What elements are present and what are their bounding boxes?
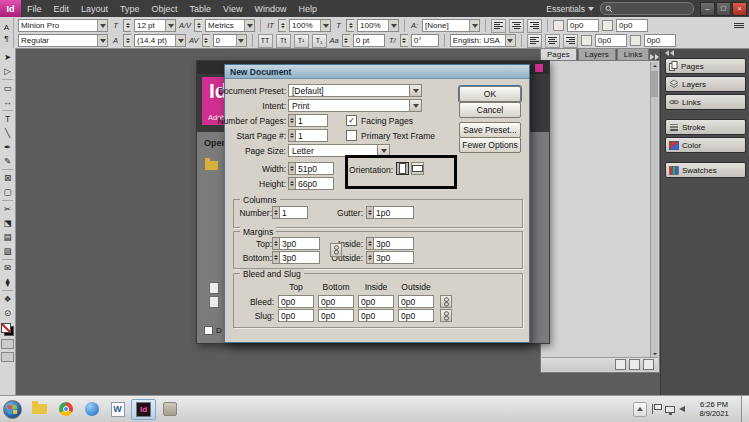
primary-text-frame-checkbox[interactable]: [346, 130, 357, 141]
start-button[interactable]: [3, 400, 22, 419]
checkbox-icon[interactable]: [204, 326, 213, 335]
chevron-down-icon[interactable]: [409, 100, 421, 111]
justify-left-button[interactable]: [527, 34, 542, 48]
menu-file[interactable]: File: [21, 0, 48, 17]
document-preset-select[interactable]: [Default]: [288, 84, 422, 97]
chevron-down-icon[interactable]: [409, 85, 421, 96]
first-line-indent-field[interactable]: 0p0: [595, 34, 627, 47]
align-center-button[interactable]: [509, 19, 524, 33]
scroll-up-icon[interactable]: [651, 62, 658, 69]
gutter-input[interactable]: 1p0: [374, 206, 414, 219]
show-desktop-button[interactable]: [741, 396, 749, 422]
dock-button-layers[interactable]: Layers: [665, 76, 746, 92]
paragraph-mode-icon[interactable]: ¶: [4, 34, 8, 43]
zoom-tool[interactable]: ⊙: [0, 306, 15, 320]
dock-button-links[interactable]: Links: [665, 94, 746, 110]
close-button[interactable]: ×: [732, 2, 747, 16]
font-size-select[interactable]: 12 pt: [134, 19, 176, 32]
small-caps-button[interactable]: Tt: [276, 34, 291, 48]
hand-tool[interactable]: ❖: [0, 292, 15, 306]
taskbar-app-6[interactable]: [157, 399, 182, 420]
cancel-button[interactable]: Cancel: [459, 102, 521, 118]
font-family-select[interactable]: Minion Pro: [18, 19, 108, 32]
recent-document-icon[interactable]: [209, 296, 219, 308]
dock-button-pages[interactable]: Pages: [665, 58, 746, 74]
stepper-icon[interactable]: [288, 162, 296, 175]
menu-help[interactable]: Help: [292, 0, 323, 17]
network-icon[interactable]: [665, 406, 675, 413]
direct-selection-tool[interactable]: ▷: [0, 64, 15, 78]
kerning-select[interactable]: Metrics: [205, 19, 255, 32]
scissors-tool[interactable]: ✂: [0, 202, 15, 216]
stepper-icon[interactable]: [272, 251, 280, 264]
columns-number-input[interactable]: 1: [280, 206, 308, 219]
open-folder-icon[interactable]: [205, 161, 218, 170]
volume-icon[interactable]: [679, 406, 685, 412]
baseline-shift-stepper[interactable]: [342, 34, 350, 47]
normal-view-button[interactable]: [1, 339, 14, 349]
chevron-down-icon[interactable]: [97, 35, 107, 46]
dock-button-stroke[interactable]: Stroke: [665, 119, 746, 135]
number-of-pages-input[interactable]: 1: [296, 114, 328, 127]
skew-field[interactable]: 0°: [411, 34, 439, 47]
delete-page-icon[interactable]: [643, 359, 654, 370]
stepper-icon[interactable]: [288, 177, 296, 190]
bleed-outside-input[interactable]: 0p0: [398, 295, 434, 308]
menu-window[interactable]: Window: [248, 0, 292, 17]
horizontal-scale-select[interactable]: 100%: [357, 19, 399, 32]
menu-object[interactable]: Object: [146, 0, 184, 17]
welcome-dont-show-checkbox-row[interactable]: D: [204, 326, 222, 335]
character-mode-icon[interactable]: A: [4, 23, 9, 32]
stepper-icon[interactable]: [366, 237, 374, 250]
slug-bottom-input[interactable]: 0p0: [318, 309, 354, 322]
skew-stepper[interactable]: [400, 34, 408, 47]
slug-top-input[interactable]: 0p0: [278, 309, 314, 322]
margin-top-input[interactable]: 3p0: [280, 237, 320, 250]
scrollbar-thumb[interactable]: [651, 71, 658, 97]
selection-tool[interactable]: ➤: [0, 50, 15, 64]
control-panel-mode-toggle[interactable]: A ¶: [0, 17, 14, 48]
facing-pages-option[interactable]: ✓ Facing Pages: [346, 115, 413, 126]
dock-button-color[interactable]: Color: [665, 137, 746, 153]
dock-header[interactable]: [661, 48, 749, 58]
line-tool[interactable]: ╲: [0, 126, 15, 140]
free-transform-tool[interactable]: ⬔: [0, 216, 15, 230]
stepper-icon[interactable]: [272, 206, 280, 219]
width-input[interactable]: 51p0: [296, 162, 334, 175]
fill-stroke-control[interactable]: [1, 323, 14, 336]
margin-bottom-input[interactable]: 3p0: [280, 251, 320, 264]
gradient-swatch-tool[interactable]: ▤: [0, 230, 15, 244]
horizontal-scale-stepper[interactable]: [346, 19, 354, 32]
align-right-button[interactable]: [527, 19, 542, 33]
taskbar-file-explorer[interactable]: [27, 399, 52, 420]
page-tool[interactable]: ▭: [0, 81, 15, 95]
menu-type[interactable]: Type: [114, 0, 146, 17]
leading-select[interactable]: (14.4 pt): [134, 34, 186, 47]
type-tool[interactable]: T: [0, 112, 15, 126]
slug-outside-input[interactable]: 0p0: [398, 309, 434, 322]
bleed-inside-input[interactable]: 0p0: [358, 295, 394, 308]
scrollbar[interactable]: [650, 62, 658, 357]
justify-right-button[interactable]: [563, 34, 578, 48]
primary-text-frame-option[interactable]: Primary Text Frame: [346, 130, 435, 141]
justify-center-button[interactable]: [545, 34, 560, 48]
rectangle-tool[interactable]: ▢: [0, 185, 15, 199]
fill-swatch-icon[interactable]: [1, 323, 11, 333]
height-input[interactable]: 66p0: [296, 177, 334, 190]
chevron-down-icon[interactable]: [97, 20, 107, 31]
pen-tool[interactable]: ✒: [0, 140, 15, 154]
chevron-down-icon[interactable]: [236, 35, 246, 46]
gap-tool[interactable]: ↔: [0, 95, 15, 109]
preview-view-button[interactable]: [1, 352, 14, 362]
language-select[interactable]: English: USA: [450, 34, 516, 47]
menu-edit[interactable]: Edit: [48, 0, 76, 17]
facing-pages-checkbox[interactable]: ✓: [346, 115, 357, 126]
fewer-options-button[interactable]: Fewer Options: [459, 137, 521, 153]
pencil-tool[interactable]: ✎: [0, 154, 15, 168]
chevron-down-icon[interactable]: [320, 20, 330, 31]
stepper-icon[interactable]: [366, 251, 374, 264]
subscript-button[interactable]: T₁: [312, 34, 327, 48]
panel-menu-icon[interactable]: [734, 23, 744, 28]
rectangle-frame-tool[interactable]: ⊠: [0, 171, 15, 185]
link-margins-button[interactable]: [330, 243, 342, 257]
